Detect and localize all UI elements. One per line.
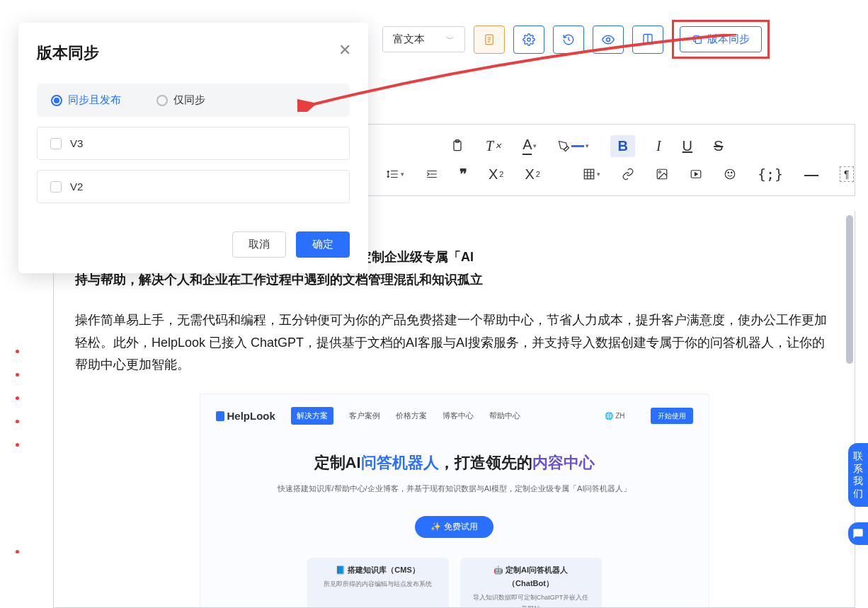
link-icon[interactable] (622, 168, 634, 180)
sync-mode-radios: 同步且发布 仅同步 (37, 84, 350, 117)
horizontal-rule-icon[interactable]: — (804, 166, 818, 183)
book-icon-button[interactable] (632, 25, 663, 54)
svg-rect-3 (695, 38, 701, 43)
version-checkbox-v3[interactable]: V3 (37, 127, 350, 160)
hero-nav-solution: 解决方案 (291, 407, 333, 425)
paste-icon[interactable] (450, 139, 464, 153)
chat-fab[interactable] (848, 522, 868, 545)
svg-point-12 (731, 172, 732, 173)
table-icon[interactable]: ▾ (583, 168, 600, 180)
svg-point-11 (728, 172, 729, 173)
hero-nav-pricing: 价格方案 (396, 409, 427, 423)
radio-sync-only[interactable]: 仅同步 (156, 93, 205, 107)
marker-dot (16, 373, 19, 377)
indent-icon[interactable] (426, 168, 438, 180)
scrollbar-thumb[interactable] (846, 215, 853, 364)
svg-point-10 (725, 169, 735, 179)
hero-nav-blog: 博客中心 (442, 409, 474, 423)
marker-dot (16, 550, 19, 553)
text-color-icon[interactable]: A▾ (522, 137, 537, 155)
note-icon-button[interactable] (474, 25, 505, 54)
hero-lang: 🌐 ZH (605, 410, 624, 423)
subscript-icon[interactable]: X2 (489, 166, 503, 183)
strikethrough-icon[interactable]: S (714, 138, 723, 154)
superscript-icon[interactable]: X2 (525, 166, 539, 183)
version-label: V2 (70, 180, 83, 193)
format-select-value: 富文本 (393, 33, 425, 46)
marker-dot (16, 420, 19, 423)
sync-button-highlight: 版本同步 (672, 20, 770, 59)
quote-icon[interactable]: ❞ (459, 166, 467, 183)
radio-selected-icon (51, 95, 62, 106)
chat-icon (852, 528, 864, 539)
version-sync-button[interactable]: 版本同步 (680, 26, 762, 52)
svg-rect-6 (584, 169, 594, 179)
version-checkbox-v2[interactable]: V2 (37, 170, 350, 203)
contact-us-tab[interactable]: 联系我们 (848, 443, 868, 507)
hero-logo: HelpLook (216, 407, 275, 425)
preview-icon-button[interactable] (593, 25, 624, 54)
line-height-icon[interactable]: ▾ (387, 168, 404, 180)
hero-nav-cases: 客户案例 (349, 409, 380, 423)
marker-dot (16, 396, 19, 400)
highlight-icon[interactable]: ▾ (558, 140, 589, 152)
italic-icon[interactable]: I (656, 138, 661, 154)
copy-icon (692, 34, 703, 45)
gear-icon-button[interactable] (513, 25, 544, 54)
format-select[interactable]: 富文本 ﹀ (382, 26, 465, 52)
version-sync-modal: 版本同步 ✕ 同步且发布 仅同步 V3 V2 取消 确定 (18, 23, 368, 273)
svg-point-2 (607, 38, 610, 41)
svg-point-1 (527, 38, 531, 41)
marker-dot (16, 443, 19, 447)
hero-nav-help: 帮助中心 (489, 409, 520, 423)
history-icon-button[interactable] (553, 25, 584, 54)
top-toolbar: 富文本 ﹀ 版本同步 (382, 20, 857, 59)
modal-footer: 取消 确定 (37, 231, 350, 258)
marker-dot (16, 350, 19, 353)
hero-card-chatbot: 🤖 定制AI问答机器人（ChatBot） 导入知识数据即可定制ChatGPT并嵌… (460, 558, 602, 609)
close-icon[interactable]: ✕ (338, 41, 351, 59)
radio-sync-publish[interactable]: 同步且发布 (51, 93, 121, 107)
hero-cta-button: ✨ 免费试用 (415, 516, 493, 538)
svg-point-8 (658, 171, 661, 173)
hero-nav: HelpLook 解决方案 客户案例 价格方案 博客中心 帮助中心 🌐 ZH 开… (213, 403, 696, 437)
cancel-button[interactable]: 取消 (232, 231, 286, 258)
confirm-button[interactable]: 确定 (296, 231, 350, 258)
sync-button-label: 版本同步 (707, 33, 750, 46)
hero-title: 定制AI问答机器人，打造领先的内容中心 (213, 449, 696, 477)
clear-format-icon[interactable]: T✕ (486, 138, 501, 154)
hero-subtitle: 快速搭建知识库/帮助中心/企业博客，并基于现有知识数据与AI模型，定制企业级专属… (213, 482, 696, 495)
emoji-icon[interactable] (724, 168, 736, 180)
version-label: V3 (70, 137, 83, 149)
chevron-down-icon: ﹀ (446, 33, 455, 45)
bold-icon[interactable]: B (610, 135, 634, 157)
video-icon[interactable] (690, 168, 702, 180)
modal-title: 版本同步 (37, 42, 350, 64)
underline-icon[interactable]: U (683, 138, 692, 154)
hero-start-button: 开始使用 (651, 408, 693, 425)
radio-unselected-icon (156, 95, 168, 106)
hero-card-cms: 📘 搭建知识库（CMS） 所见即所得的内容编辑与站点发布系统 (307, 558, 449, 609)
checkbox-icon (50, 181, 62, 193)
hero-cards: 📘 搭建知识库（CMS） 所见即所得的内容编辑与站点发布系统 🤖 定制AI问答机… (213, 558, 696, 609)
paragraph-mark-icon[interactable]: ¶ (840, 166, 854, 182)
sidebar-markers (16, 350, 19, 553)
checkbox-icon (50, 138, 62, 149)
code-block-icon[interactable]: {;} (758, 166, 783, 183)
image-icon[interactable] (656, 168, 668, 180)
embedded-hero-image: HelpLook 解决方案 客户案例 价格方案 博客中心 帮助中心 🌐 ZH 开… (200, 394, 709, 609)
content-paragraph-2: 操作简单易上手，无需代码和编程，五分钟便可为你的产品免费搭建一个帮助中心，节省人… (75, 309, 833, 377)
